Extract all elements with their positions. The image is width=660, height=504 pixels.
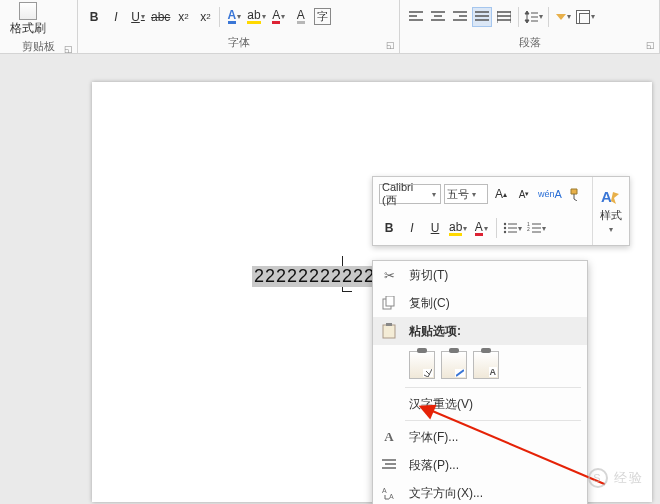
align-center-button[interactable] (428, 7, 448, 27)
paragraph-group-label: 段落 ◱ (400, 33, 659, 53)
svg-point-0 (504, 223, 506, 225)
copy-icon (379, 296, 399, 310)
paste-merge-button[interactable] (441, 351, 467, 379)
highlight-button[interactable]: ab▾ (246, 7, 266, 27)
shrink-font-button[interactable]: A▾ (514, 184, 534, 204)
ribbon: 格式刷 剪贴板 ◱ B I U▾ abc x2 x2 A▾ ab▾ A▾ A 字… (0, 0, 660, 54)
font-size-combo[interactable]: 五号▾ (444, 184, 488, 204)
paste-options-row: A (373, 345, 587, 385)
enclose-char-button[interactable]: 字 (313, 7, 333, 27)
phonetic-guide-button[interactable]: wénA (537, 184, 563, 204)
mini-italic-button[interactable]: I (402, 218, 422, 238)
underline-button[interactable]: U▾ (128, 7, 148, 27)
shading-button[interactable]: ▾ (553, 7, 573, 27)
format-painter-button[interactable]: 格式刷 (6, 0, 50, 37)
watermark: S经验 (588, 468, 644, 488)
paste-keep-source-button[interactable] (409, 351, 435, 379)
mini-bold-button[interactable]: B (379, 218, 399, 238)
italic-button[interactable]: I (106, 7, 126, 27)
font-color-button[interactable]: A▾ (269, 7, 289, 27)
align-justify-button[interactable] (472, 7, 492, 27)
text-direction-icon: AA (379, 486, 399, 500)
selected-text[interactable]: 222222222222 (252, 266, 388, 287)
mini-numbering-button[interactable]: 12▾ (526, 218, 547, 238)
workspace: 222222222222 Calibri (西▾ 五号▾ A▴ A▾ wénA … (0, 54, 660, 504)
subscript-button[interactable]: x2 (173, 7, 193, 27)
mini-bullets-button[interactable]: ▾ (502, 218, 523, 238)
ctx-text-direction[interactable]: AA 文字方向(X)... (373, 479, 587, 504)
brush-icon (19, 2, 37, 20)
align-left-button[interactable] (406, 7, 426, 27)
font-a-icon: A (379, 429, 399, 445)
svg-rect-9 (386, 323, 392, 326)
strikethrough-button[interactable]: abc (150, 7, 171, 27)
styles-button[interactable]: A 样式 ▾ (592, 177, 629, 245)
format-painter-label: 格式刷 (10, 22, 46, 35)
font-name-combo[interactable]: Calibri (西▾ (379, 184, 441, 204)
paragraph-group: ▾ ▾ ▾ 段落 ◱ (400, 0, 660, 53)
ctx-paragraph[interactable]: 段落(P)... (373, 451, 587, 479)
font-group-label: 字体 ◱ (78, 33, 399, 53)
svg-point-2 (504, 231, 506, 233)
text-effects-button[interactable]: A▾ (224, 7, 244, 27)
svg-text:A: A (389, 493, 394, 500)
align-right-button[interactable] (450, 7, 470, 27)
line-spacing-button[interactable]: ▾ (523, 7, 544, 27)
mini-toolbar: Calibri (西▾ 五号▾ A▴ A▾ wénA B I U ab▾ A▾ … (372, 176, 630, 246)
dialog-launcher-icon[interactable]: ◱ (386, 40, 395, 50)
dialog-launcher-icon[interactable]: ◱ (64, 44, 73, 54)
mini-underline-button[interactable]: U (425, 218, 445, 238)
clipboard-icon (379, 323, 399, 339)
svg-rect-8 (383, 325, 395, 338)
ctx-font[interactable]: A 字体(F)... (373, 423, 587, 451)
ctx-cut[interactable]: ✂ 剪切(T) (373, 261, 587, 289)
context-menu: ✂ 剪切(T) 复制(C) 粘贴选项: A 汉字重选(V) A 字体(F)... (372, 260, 588, 504)
svg-text:A: A (601, 188, 612, 205)
mini-font-color-button[interactable]: A▾ (471, 218, 491, 238)
dialog-launcher-icon[interactable]: ◱ (646, 40, 655, 50)
svg-point-1 (504, 227, 506, 229)
char-shading-button[interactable]: A (291, 7, 311, 27)
styles-icon: A (601, 188, 621, 206)
ctx-copy[interactable]: 复制(C) (373, 289, 587, 317)
borders-button[interactable]: ▾ (575, 7, 596, 27)
bold-button[interactable]: B (84, 7, 104, 27)
paste-text-only-button[interactable]: A (473, 351, 499, 379)
svg-text:2: 2 (527, 226, 530, 232)
clipboard-group: 格式刷 剪贴板 ◱ (0, 0, 78, 53)
svg-text:A: A (382, 487, 387, 494)
ctx-hanzi-reselect[interactable]: 汉字重选(V) (373, 390, 587, 418)
paragraph-icon (379, 459, 399, 471)
scissors-icon: ✂ (379, 268, 399, 283)
distributed-button[interactable] (494, 7, 514, 27)
format-painter-mini-button[interactable] (566, 184, 586, 204)
styles-label: 样式 (600, 208, 622, 223)
superscript-button[interactable]: x2 (195, 7, 215, 27)
ctx-paste-options-header: 粘贴选项: (373, 317, 587, 345)
mini-highlight-button[interactable]: ab▾ (448, 218, 468, 238)
grow-font-button[interactable]: A▴ (491, 184, 511, 204)
font-group: B I U▾ abc x2 x2 A▾ ab▾ A▾ A 字 字体 ◱ (78, 0, 400, 53)
svg-rect-7 (386, 296, 394, 306)
